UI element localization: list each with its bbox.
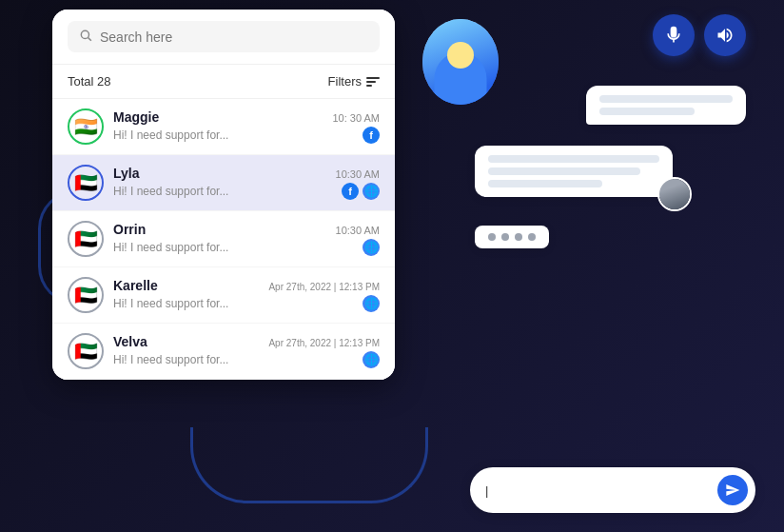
password-dot	[515, 233, 522, 241]
avatar: 🇦🇪	[68, 165, 104, 201]
password-dot	[488, 233, 496, 241]
total-count: Total 28	[68, 74, 111, 89]
search-input[interactable]	[100, 30, 368, 45]
send-icon	[725, 483, 740, 498]
svg-point-0	[81, 30, 88, 38]
avatar: 🇮🇳	[68, 108, 104, 145]
flag-uae: 🇦🇪	[69, 335, 102, 367]
password-dot	[501, 233, 509, 241]
chat-input-wrap	[470, 467, 755, 513]
conversation-list-panel: Total 28 Filters 🇮🇳 Maggie 10: 30 AM	[52, 10, 395, 380]
message-time: Apr 27th, 2022 | 12:13 PM	[268, 282, 380, 292]
message-line	[488, 155, 659, 163]
web-icon: 🌐	[363, 295, 380, 312]
channel-icons: f	[363, 127, 380, 144]
channel-icons: 🌐	[363, 295, 380, 312]
conversation-item[interactable]: 🇦🇪 Lyla 10:30 AM Hi! I need support for.…	[52, 155, 395, 211]
message-line	[599, 95, 733, 103]
conversation-item[interactable]: 🇮🇳 Maggie 10: 30 AM Hi! I need support f…	[52, 99, 395, 155]
channel-icons: f 🌐	[342, 183, 380, 200]
agent-photo	[422, 19, 499, 105]
customer-avatar	[657, 177, 692, 211]
message-line	[488, 167, 640, 175]
message-time: 10: 30 AM	[332, 112, 380, 124]
chat-panel	[394, 0, 755, 532]
contact-name: Maggie	[113, 109, 159, 125]
megaphone-button[interactable]	[704, 14, 746, 56]
message-preview: Hi! I need support for...	[113, 353, 228, 366]
contact-name: Orrin	[113, 222, 146, 237]
flag-india: 🇮🇳	[69, 110, 102, 143]
filters-label: Filters	[328, 74, 362, 89]
message-preview: Hi! I need support for...	[113, 128, 228, 142]
flag-uae: 🇦🇪	[69, 167, 102, 199]
password-dot	[528, 233, 536, 241]
svg-line-1	[88, 38, 91, 41]
filters-button[interactable]: Filters	[328, 74, 380, 89]
action-buttons	[653, 14, 746, 56]
message-preview: Hi! I need support for...	[113, 185, 228, 198]
avatar: 🇦🇪	[68, 221, 104, 257]
avatar: 🇦🇪	[68, 277, 104, 313]
facebook-icon: f	[363, 127, 380, 144]
search-icon	[79, 29, 92, 45]
contact-name: Lyla	[113, 166, 140, 181]
conversation-info: Lyla 10:30 AM Hi! I need support for... …	[113, 166, 380, 200]
conversation-list: 🇮🇳 Maggie 10: 30 AM Hi! I need support f…	[52, 99, 395, 380]
agent-photo-inner	[422, 19, 499, 105]
channel-icons: 🌐	[363, 239, 380, 256]
message-line	[599, 108, 695, 115]
contact-name: Velva	[113, 334, 147, 349]
conversation-item[interactable]: 🇦🇪 Velva Apr 27th, 2022 | 12:13 PM Hi! I…	[52, 324, 395, 380]
message-time: 10:30 AM	[336, 225, 380, 236]
customer-message-bubble	[475, 146, 673, 197]
chat-messages-area	[470, 57, 755, 475]
web-icon: 🌐	[363, 239, 380, 256]
facebook-icon: f	[342, 183, 359, 200]
web-icon: 🌐	[363, 183, 380, 200]
microphone-icon	[664, 26, 683, 45]
chat-input[interactable]	[485, 483, 717, 498]
conversation-item[interactable]: 🇦🇪 Karelle Apr 27th, 2022 | 12:13 PM Hi!…	[52, 267, 395, 324]
message-time: Apr 27th, 2022 | 12:13 PM	[268, 338, 380, 348]
microphone-button[interactable]	[653, 14, 695, 56]
agent-message-bubble	[586, 86, 746, 125]
web-icon: 🌐	[363, 351, 380, 368]
megaphone-icon	[715, 26, 735, 45]
message-time: 10:30 AM	[336, 168, 380, 180]
search-bar	[52, 10, 395, 65]
search-input-wrap[interactable]	[68, 21, 380, 52]
contact-name: Karelle	[113, 278, 158, 293]
filter-icon	[366, 77, 380, 87]
avatar: 🇦🇪	[68, 333, 104, 369]
arrow-bottom-decoration	[190, 427, 428, 503]
list-header: Total 28 Filters	[52, 65, 395, 99]
flag-uae: 🇦🇪	[69, 223, 102, 255]
conversation-info: Karelle Apr 27th, 2022 | 12:13 PM Hi! I …	[113, 278, 380, 312]
conversation-info: Orrin 10:30 AM Hi! I need support for...…	[113, 222, 380, 256]
channel-icons: 🌐	[363, 351, 380, 368]
chat-input-area	[470, 467, 755, 513]
flag-uae: 🇦🇪	[69, 279, 102, 311]
message-preview: Hi! I need support for...	[113, 241, 228, 254]
customer-avatar-inner	[659, 179, 690, 209]
send-button[interactable]	[717, 475, 748, 505]
password-bubble	[475, 226, 549, 248]
conversation-item[interactable]: 🇦🇪 Orrin 10:30 AM Hi! I need support for…	[52, 211, 395, 267]
conversation-info: Maggie 10: 30 AM Hi! I need support for.…	[113, 109, 380, 144]
message-preview: Hi! I need support for...	[113, 297, 228, 310]
message-line	[488, 180, 602, 187]
conversation-info: Velva Apr 27th, 2022 | 12:13 PM Hi! I ne…	[113, 334, 380, 368]
